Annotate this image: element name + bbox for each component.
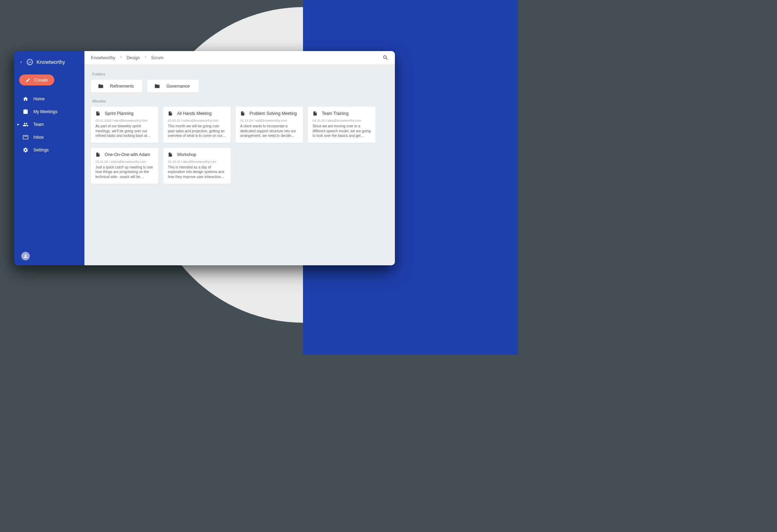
minute-description: Just a quick catch up meeting to see how…	[95, 165, 154, 179]
minute-meta: 01.20.20 / alex@knowtworthy.com	[168, 160, 226, 164]
minute-card[interactable]: Workshop01.20.20 / alex@knowtworthy.comT…	[163, 148, 231, 184]
sidebar-item-settings[interactable]: Settings	[14, 144, 84, 156]
app-window: Knowtworthy Create HomeMy MeetingsTeamIn…	[14, 51, 395, 265]
person-icon	[23, 254, 28, 259]
folder-card[interactable]: Governance	[147, 80, 199, 93]
minute-title: All Hands Meeting	[177, 111, 211, 116]
document-icon	[313, 111, 318, 116]
sidebar-item-label: Inbox	[33, 135, 44, 140]
minutes-section-label: Minutes	[92, 99, 387, 103]
main-content: KnowtworthyDesignScrum Folders Refinemen…	[84, 51, 395, 265]
document-icon	[95, 152, 100, 157]
minute-card[interactable]: All Hands Meeting03.02.20 / adam@knowtwo…	[163, 107, 231, 143]
breadcrumb-item[interactable]: Knowtworthy	[91, 55, 115, 60]
sidebar-item-team[interactable]: Team	[14, 118, 84, 131]
minute-meta: 01.10.20 / sid@knowtworthy.com	[240, 119, 298, 122]
minute-card[interactable]: Sprint Planning02.01.2020 / alex@knowtwo…	[91, 107, 158, 143]
minute-description: This month we will be going over past sa…	[168, 124, 226, 138]
folder-icon	[154, 83, 160, 89]
pencil-icon	[26, 78, 31, 83]
minute-meta: 02.01.2020 / alex@knowtworthy.com	[95, 119, 154, 122]
chevron-right-icon	[118, 55, 124, 60]
minute-meta: 03.01.20 / adam@knowtworthy.com	[95, 160, 154, 164]
minute-title: One-On-One with Adam	[105, 152, 150, 157]
content-area: Folders RefinementsGovernance Minutes Sp…	[84, 64, 395, 194]
breadcrumb-item[interactable]: Scrum	[151, 55, 164, 60]
inbox-icon	[23, 134, 28, 140]
document-icon	[168, 111, 173, 116]
minute-title: Problem Solving Meeting	[249, 111, 297, 116]
topbar: KnowtworthyDesignScrum	[84, 51, 395, 64]
minute-meta: 03.02.20 / adam@knowtworthy.com	[168, 119, 226, 122]
folder-name: Refinements	[110, 84, 134, 89]
sidebar-item-home[interactable]: Home	[14, 93, 84, 105]
document-icon	[240, 111, 245, 116]
minute-title: Team Training	[322, 111, 348, 116]
folder-card[interactable]: Refinements	[91, 80, 142, 93]
chevron-right-icon	[143, 55, 148, 60]
sidebar-item-label: Team	[33, 122, 44, 127]
sidebar-item-inbox[interactable]: Inbox	[14, 131, 84, 144]
app-name: Knowtworthy	[37, 59, 65, 65]
minute-card[interactable]: Problem Solving Meeting01.10.20 / sid@kn…	[236, 107, 303, 143]
clipboard-icon	[23, 109, 28, 115]
sidebar-item-label: Home	[33, 96, 45, 101]
folders-row: RefinementsGovernance	[91, 80, 388, 93]
breadcrumbs: KnowtworthyDesignScrum	[91, 55, 164, 60]
create-button-label: Create	[34, 77, 48, 83]
minute-description: As part of our biweekly sprint meetings,…	[95, 124, 154, 138]
sidebar-header: Knowtworthy	[14, 55, 84, 72]
minute-card[interactable]: One-On-One with Adam03.01.20 / adam@know…	[91, 148, 158, 184]
minute-title: Sprint Planning	[105, 111, 133, 116]
minute-description: A client wants to incorporate a dedicate…	[240, 124, 298, 138]
document-icon	[95, 111, 100, 116]
minute-meta: 04.10.20 / alex@knowtworthy.com	[313, 119, 371, 122]
create-button[interactable]: Create	[19, 74, 54, 85]
folders-section-label: Folders	[92, 72, 387, 76]
folder-icon	[98, 83, 104, 89]
minutes-grid: Sprint Planning02.01.2020 / alex@knowtwo…	[91, 107, 388, 184]
back-chevron-icon[interactable]	[19, 60, 23, 65]
team-icon	[23, 122, 28, 127]
gear-icon	[23, 147, 28, 153]
minute-title: Workshop	[177, 152, 196, 157]
search-button[interactable]	[382, 55, 388, 61]
document-icon	[168, 152, 173, 157]
user-avatar-button[interactable]	[21, 252, 30, 260]
sidebar-item-label: Settings	[33, 148, 49, 153]
breadcrumb-item[interactable]: Design	[127, 55, 140, 60]
sidebar-item-label: My Meetings	[33, 109, 57, 114]
folder-name: Governance	[166, 84, 189, 89]
minute-description: Since we are moving over to a different …	[313, 124, 371, 138]
sidebar-nav: HomeMy MeetingsTeamInboxSettings	[14, 93, 84, 156]
home-icon	[23, 96, 28, 102]
sidebar: Knowtworthy Create HomeMy MeetingsTeamIn…	[14, 51, 84, 265]
search-icon	[382, 55, 388, 61]
minute-description: This is intended as a day of exploration…	[168, 165, 226, 179]
app-logo-icon	[26, 58, 34, 66]
minute-card[interactable]: Team Training04.10.20 / alex@knowtworthy…	[308, 107, 375, 143]
sidebar-item-my-meetings[interactable]: My Meetings	[14, 105, 84, 118]
